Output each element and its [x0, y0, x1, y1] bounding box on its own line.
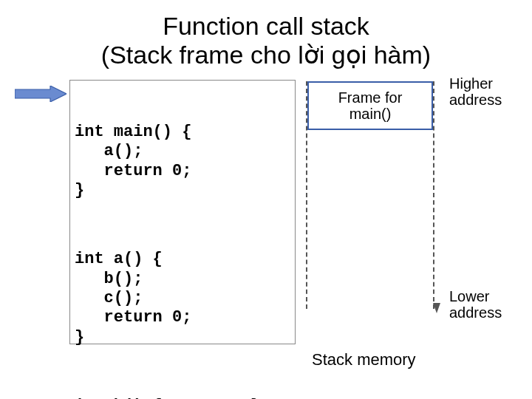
stack-growth-arrow: [433, 303, 440, 313]
label-higher-address: Higher address: [449, 75, 502, 108]
slide-title: Function call stack (Stack frame cho lời…: [0, 12, 532, 69]
frame-main: Frame for main(): [307, 81, 433, 130]
title-line-2: (Stack frame cho lời gọi hàm): [101, 41, 431, 69]
code-main: int main() { a(); return 0; }: [75, 123, 290, 201]
label-stack-memory: Stack memory: [312, 350, 416, 369]
stack-memory-column: Frame for main(): [306, 81, 434, 309]
title-line-1: Function call stack: [163, 12, 369, 40]
label-lower-address: Lower address: [449, 288, 502, 321]
code-listing: int main() { a(); return 0; } int a() { …: [69, 80, 296, 344]
current-frame-arrow: [15, 86, 66, 102]
arrow-right-icon: [15, 86, 66, 102]
arrow-down-icon: [433, 303, 440, 313]
code-a: int a() { b(); c(); return 0; }: [75, 250, 290, 347]
frame-main-label: Frame for main(): [338, 89, 403, 122]
